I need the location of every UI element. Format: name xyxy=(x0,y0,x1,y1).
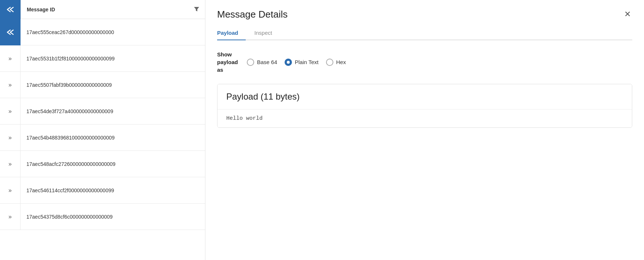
payload-box: Payload (11 bytes) Hello world xyxy=(217,84,632,128)
right-panel: Message Details ✕ Payload Inspect Showpa… xyxy=(205,0,644,260)
message-id-cell: 17aec5507fabf39b000000000000009 xyxy=(21,82,205,88)
tab-inspect[interactable]: Inspect xyxy=(255,26,279,40)
radio-base64[interactable]: Base 64 xyxy=(247,59,277,66)
radio-group: Base 64 Plain Text Hex xyxy=(247,59,346,66)
table-row[interactable]: » 17aec5507fabf39b000000000000009 xyxy=(0,72,205,98)
expand-button[interactable]: » xyxy=(0,72,21,98)
radio-circle-hex[interactable] xyxy=(326,59,333,66)
message-id-cell: 17aec54375d8cf6c000000000000009 xyxy=(21,214,205,220)
expand-button[interactable]: » xyxy=(0,204,21,230)
left-panel: Message ID 17aec555ceac267d0000000000000… xyxy=(0,0,205,260)
table-row[interactable]: » 17aec54b48839681000000000000009 xyxy=(0,125,205,151)
radio-plaintext[interactable]: Plain Text xyxy=(285,59,319,66)
expand-button[interactable]: » xyxy=(0,151,21,177)
radio-circle-base64[interactable] xyxy=(247,59,254,66)
payload-controls: Showpayloadas Base 64 Plain Text Hex xyxy=(217,51,632,74)
table-row[interactable]: » 17aec546114ccf2f0000000000000099 xyxy=(0,177,205,204)
expand-button[interactable]: » xyxy=(0,45,21,72)
radio-label-hex: Hex xyxy=(336,59,346,65)
message-id-cell: 17aec546114ccf2f0000000000000099 xyxy=(21,187,205,193)
close-button[interactable]: ✕ xyxy=(623,9,632,20)
svg-marker-0 xyxy=(194,7,199,11)
tab-payload[interactable]: Payload xyxy=(217,26,246,40)
expand-button[interactable] xyxy=(0,19,21,45)
table-row[interactable]: » 17aec54375d8cf6c000000000000009 xyxy=(0,204,205,230)
message-id-cell: 17aec54de3f727a4000000000000009 xyxy=(21,108,205,114)
table-row[interactable]: » 17aec54de3f727a4000000000000009 xyxy=(0,98,205,125)
payload-box-header: Payload (11 bytes) xyxy=(217,84,632,109)
table-row[interactable]: » 17aec5531b1f2f810000000000000099 xyxy=(0,45,205,72)
table-row[interactable]: 17aec555ceac267d000000000000000 xyxy=(0,19,205,45)
message-id-cell: 17aec555ceac267d000000000000000 xyxy=(21,29,205,35)
panel-title: Message Details xyxy=(217,9,288,20)
message-list: 17aec555ceac267d000000000000000 » 17aec5… xyxy=(0,19,205,260)
message-id-cell: 17aec54b48839681000000000000009 xyxy=(21,135,205,141)
message-id-cell: 17aec5531b1f2f810000000000000099 xyxy=(21,56,205,62)
panel-header: Message Details ✕ xyxy=(217,9,632,20)
filter-icon[interactable] xyxy=(194,6,199,12)
message-id-column-header: Message ID xyxy=(21,0,205,19)
tab-bar: Payload Inspect xyxy=(217,26,632,40)
message-id-label: Message ID xyxy=(27,7,55,12)
payload-box-content: Hello world xyxy=(217,109,632,127)
collapse-button[interactable] xyxy=(0,0,21,19)
show-payload-label: Showpayloadas xyxy=(217,51,238,74)
expand-button[interactable]: » xyxy=(0,98,21,125)
radio-label-plaintext: Plain Text xyxy=(295,59,319,65)
expand-button[interactable]: » xyxy=(0,177,21,204)
message-id-cell: 17aec548acfc27260000000000000009 xyxy=(21,161,205,167)
table-row[interactable]: » 17aec548acfc27260000000000000009 xyxy=(0,151,205,177)
table-header: Message ID xyxy=(0,0,205,19)
radio-hex[interactable]: Hex xyxy=(326,59,346,66)
radio-label-base64: Base 64 xyxy=(257,59,277,65)
radio-circle-plaintext[interactable] xyxy=(285,59,292,66)
expand-button[interactable]: » xyxy=(0,125,21,151)
